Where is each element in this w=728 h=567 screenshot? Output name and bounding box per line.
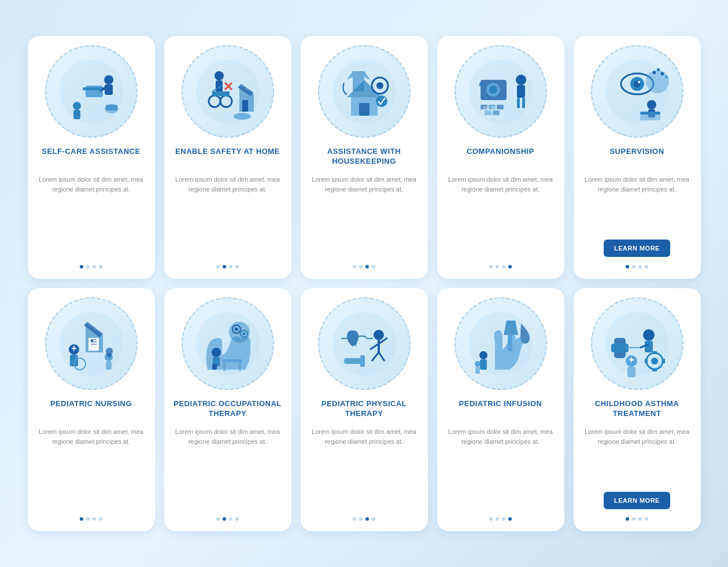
pagination-dots (626, 265, 648, 268)
card-title: ENABLE SAFETY AT HOME (175, 147, 280, 168)
card-title: SUPERVISION (609, 147, 664, 168)
learn-more-button[interactable]: LEARN MORE (604, 240, 670, 257)
card-pediatric-nursing: PEDIATRIC NURSING Lorem ipsum dolor sit … (28, 288, 155, 531)
svg-point-81 (242, 333, 245, 336)
svg-rect-117 (627, 367, 635, 377)
dot-1 (216, 265, 220, 268)
svg-point-107 (643, 329, 655, 341)
dot-1 (216, 517, 220, 521)
pagination-dots (489, 517, 512, 521)
card-childhood-asthma: CHILDHOOD ASTHMA TREATMENT Lorem ipsum d… (574, 288, 701, 531)
card-companionship: WO RD COMPANIONSHIP Lorem ipsum dolor si… (437, 36, 564, 279)
svg-rect-59 (640, 115, 660, 120)
svg-point-22 (234, 113, 251, 120)
svg-point-50 (638, 81, 640, 83)
card-footer (172, 265, 283, 268)
svg-point-99 (479, 351, 487, 359)
dot-2 (359, 517, 363, 521)
svg-rect-96 (360, 355, 365, 367)
svg-point-67 (91, 340, 93, 342)
svg-point-33 (489, 86, 497, 94)
dot-3 (365, 517, 369, 521)
svg-rect-100 (480, 359, 487, 370)
dot-4 (235, 517, 239, 521)
card-title: PEDIATRIC INFUSION (459, 399, 542, 420)
card-title: PEDIATRIC NURSING (50, 399, 132, 420)
dot-4 (99, 265, 102, 268)
card-pediatric-ot: PEDIATRIC OCCUPATIONAL THERAPY Lorem ips… (164, 288, 291, 531)
svg-point-6 (73, 102, 81, 110)
pagination-dots (216, 265, 239, 268)
svg-text:RD: RD (492, 106, 496, 109)
svg-rect-9 (106, 105, 117, 111)
svg-rect-38 (485, 111, 492, 115)
dot-4 (645, 265, 648, 268)
dot-4 (372, 517, 375, 521)
dot-2 (359, 265, 363, 268)
dot-4 (235, 265, 239, 268)
card-pediatric-infusion: PEDIATRIC INFUSION Lorem ipsum dolor sit… (437, 288, 564, 531)
cards-grid: SELF-CARE ASSISTANCE Lorem ipsum dolor s… (28, 36, 701, 531)
illustration-pediatric-pt (318, 297, 411, 390)
pagination-dots (489, 265, 512, 268)
dot-3 (502, 265, 505, 268)
pagination-dots (353, 517, 375, 521)
svg-rect-115 (662, 359, 665, 363)
svg-rect-37 (497, 105, 504, 109)
svg-rect-84 (212, 364, 217, 370)
illustration-pediatric-infusion (454, 297, 547, 390)
svg-rect-26 (359, 103, 369, 116)
dot-1 (353, 265, 356, 268)
svg-rect-34 (479, 83, 483, 86)
card-title: SELF-CARE ASSISTANCE (42, 147, 140, 168)
svg-rect-53 (657, 68, 660, 71)
svg-rect-87 (239, 362, 241, 371)
dot-3 (229, 517, 232, 521)
svg-rect-58 (640, 112, 660, 115)
dot-2 (496, 265, 499, 268)
svg-rect-119 (631, 358, 632, 362)
card-body: Lorem ipsum dolor sit dim amet, mea regi… (445, 175, 556, 257)
pagination-dots (80, 265, 102, 268)
illustration-pediatric-ot (182, 297, 274, 390)
card-title: COMPANIONSHIP (467, 147, 534, 168)
illustration-self-care (45, 45, 138, 138)
illustration-pediatric-nursing (45, 297, 138, 390)
dot-1 (353, 517, 356, 521)
svg-rect-86 (223, 362, 226, 371)
card-body: Lorem ipsum dolor sit dim amet, mea regi… (445, 427, 556, 509)
dot-4 (508, 265, 512, 268)
svg-rect-102 (475, 367, 480, 374)
svg-point-28 (376, 82, 383, 89)
card-body: Lorem ipsum dolor sit dim amet, mea regi… (309, 175, 420, 257)
card-title: ASSISTANCE WITH HOUSEKEEPING (309, 147, 420, 168)
dot-1 (80, 517, 83, 521)
svg-rect-15 (212, 91, 230, 96)
dot-2 (86, 517, 90, 521)
svg-point-11 (215, 71, 224, 80)
dot-2 (632, 517, 635, 521)
illustration-safety-home (182, 45, 274, 138)
svg-rect-44 (517, 98, 520, 108)
svg-rect-21 (242, 100, 248, 112)
svg-text:WO: WO (483, 106, 489, 109)
svg-rect-52 (653, 71, 656, 74)
card-body: Lorem ipsum dolor sit dim amet, mea regi… (36, 427, 147, 509)
svg-rect-55 (665, 76, 668, 79)
pagination-dots (216, 517, 239, 521)
svg-rect-43 (517, 85, 525, 98)
card-title: PEDIATRIC PHYSICAL THERAPY (309, 399, 420, 420)
dot-2 (632, 265, 635, 268)
pagination-dots (80, 517, 102, 521)
dot-1 (489, 265, 493, 268)
pagination-dots (626, 517, 648, 521)
dot-1 (489, 517, 493, 521)
illustration-supervision (591, 45, 683, 138)
svg-point-3 (104, 75, 113, 84)
svg-rect-7 (73, 110, 80, 119)
learn-more-button[interactable]: LEARN MORE (604, 492, 670, 509)
dot-4 (372, 265, 375, 268)
svg-point-79 (235, 327, 238, 331)
svg-point-56 (647, 100, 656, 109)
card-body: Lorem ipsum dolor sit dim amet, mea regi… (582, 175, 693, 231)
